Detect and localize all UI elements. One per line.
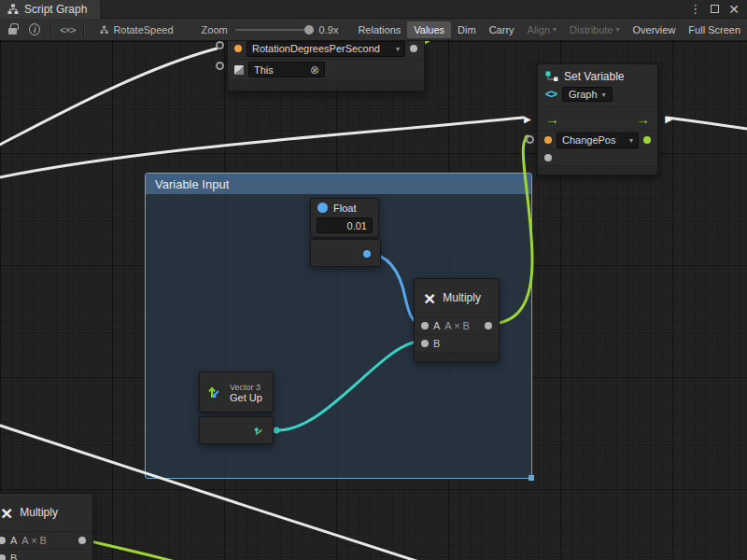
inspector-icon[interactable]: <×> (60, 24, 75, 35)
zoom-slider[interactable] (235, 23, 314, 36)
value-output-port[interactable] (643, 136, 651, 144)
value-row: 0.01 (311, 217, 378, 237)
close-icon[interactable]: ✕ (728, 5, 740, 14)
node-type-label: Vector 3 (230, 383, 262, 392)
menu-icon[interactable]: ⋮ (689, 2, 701, 16)
multiply-icon: × (424, 288, 435, 308)
lock-icon[interactable] (8, 28, 17, 35)
value-output-port[interactable] (410, 45, 417, 52)
float-literal-node[interactable]: Float 0.01 (310, 198, 379, 238)
result-output-port[interactable] (485, 322, 492, 329)
result-output-port[interactable] (78, 537, 86, 544)
fullscreen-button[interactable]: Full Screen (682, 21, 747, 38)
zoom-value: 0.9x (319, 24, 339, 35)
separator (83, 22, 84, 36)
target-row: This ⊗ (228, 59, 424, 79)
relations-button[interactable]: Relations (351, 21, 407, 38)
node-footer (228, 79, 424, 91)
target-input-port[interactable] (216, 62, 224, 70)
node-header: Vector 3 Get Up (200, 372, 273, 413)
vector3-port-strip[interactable] (199, 416, 274, 444)
gameobject-cube-icon (234, 65, 244, 75)
target-field[interactable]: This ⊗ (248, 62, 325, 77)
multiply-node-bottom[interactable]: × Multiply A A × B B (0, 493, 93, 560)
variable-name-dropdown[interactable]: RotationDegreesPerSecond ▾ (247, 41, 405, 57)
window-controls: ⋮ ✕ (689, 2, 747, 16)
node-title: Multiply (20, 506, 58, 519)
value-input-port-outer[interactable] (526, 135, 534, 144)
flow-input-arrow-icon[interactable]: → (545, 112, 559, 126)
get-variable-node[interactable]: RotationDegreesPerSecond ▾ This ⊗ (227, 41, 425, 91)
wire-to-get-variable[interactable] (0, 49, 217, 149)
multiply-node[interactable]: × Multiply A A × B B (414, 278, 500, 362)
node-title: Get Up (230, 392, 262, 404)
input-a-row: A A × B (415, 316, 499, 334)
input-b-row: B (0, 549, 92, 560)
variable-name-dropdown[interactable]: ChangePos ▾ (557, 133, 639, 148)
info-icon[interactable]: i (29, 23, 40, 35)
graph-canvas[interactable]: Variable Input RotationDegreesPerSecond … (0, 41, 747, 560)
float-port-strip[interactable] (310, 239, 381, 267)
node-header: Float (311, 199, 378, 217)
scope-dropdown[interactable]: Graph ▾ (562, 87, 613, 102)
graph-breadcrumb-icon (100, 25, 108, 35)
variable-icon (234, 45, 242, 52)
breadcrumb-graph-name[interactable]: RotateSpeed (113, 24, 173, 35)
dim-button[interactable]: Dim (451, 21, 483, 38)
flow-output-marker: ▶ (665, 114, 672, 124)
toolbar-buttons: Relations Values Dim Carry Align▾ Distri… (351, 21, 747, 38)
input-a-port[interactable] (421, 322, 429, 329)
node-title: Float (333, 203, 356, 214)
flow-output-arrow-icon[interactable]: → (636, 112, 650, 126)
input-b-port[interactable] (421, 340, 429, 347)
float-output-port[interactable] (363, 250, 371, 258)
tab-script-graph[interactable]: Script Graph (0, 0, 100, 19)
maximize-icon[interactable] (711, 5, 719, 13)
zoom-slider-track[interactable] (235, 29, 314, 31)
caret-down-icon: ▾ (616, 25, 620, 34)
overview-button[interactable]: Overview (627, 21, 683, 38)
group-title: Variable Input (155, 177, 229, 191)
vector3-output-port[interactable] (252, 425, 265, 438)
node-header: × Multiply (415, 279, 499, 316)
set-variable-icon (545, 71, 558, 82)
zoom-label: Zoom (202, 24, 228, 35)
input-b-row: B (415, 334, 499, 352)
node-footer (538, 165, 657, 175)
caret-down-icon: ▾ (396, 45, 400, 53)
group-header[interactable]: Variable Input (146, 174, 531, 194)
node-header: × Multiply (0, 494, 92, 531)
window-titlebar: Script Graph ⋮ ✕ (0, 0, 747, 19)
window-title: Script Graph (24, 3, 87, 16)
object-picker-icon[interactable]: ⊗ (310, 63, 319, 77)
variable-name-row: RotationDegreesPerSecond ▾ (228, 41, 424, 59)
carry-button[interactable]: Carry (483, 21, 521, 38)
node-header: Set Variable <> Graph ▾ (538, 64, 657, 106)
input-a-row: A A × B (0, 531, 92, 549)
zoom-slider-thumb[interactable] (304, 25, 314, 35)
float-value-input[interactable]: 0.01 (317, 217, 373, 233)
graph-toolbar: i <×> RotateSpeed Zoom 0.9x Relations Va… (0, 19, 747, 41)
group-resize-handle[interactable] (529, 475, 534, 481)
wire-multiply-bottom-output[interactable] (82, 539, 192, 560)
float-icon (317, 203, 328, 213)
separator (50, 22, 51, 36)
wire-flow-into-set-variable[interactable] (0, 118, 523, 179)
name-input-port[interactable] (216, 41, 224, 49)
input-b-port[interactable] (0, 554, 6, 560)
input-a-port[interactable] (0, 537, 6, 544)
wire-flow-out-of-set-variable[interactable] (667, 118, 747, 131)
align-button[interactable]: Align▾ (521, 21, 563, 38)
graph-scope-icon: <> (545, 88, 557, 101)
vector3-get-up-node[interactable]: Vector 3 Get Up (199, 371, 274, 413)
flow-row: → → ▶ ▶ (538, 106, 657, 131)
values-button[interactable]: Values (407, 21, 451, 38)
value-input-row (538, 148, 657, 165)
value-input-port[interactable] (544, 154, 552, 161)
multiply-icon: × (1, 503, 12, 523)
set-variable-node[interactable]: Set Variable <> Graph ▾ → → ▶ ▶ ChangePo… (537, 63, 658, 175)
distribute-button[interactable]: Distribute▾ (563, 21, 626, 38)
script-graph-icon (7, 4, 19, 15)
variable-icon (544, 136, 552, 144)
flow-input-marker: ▶ (524, 114, 531, 124)
